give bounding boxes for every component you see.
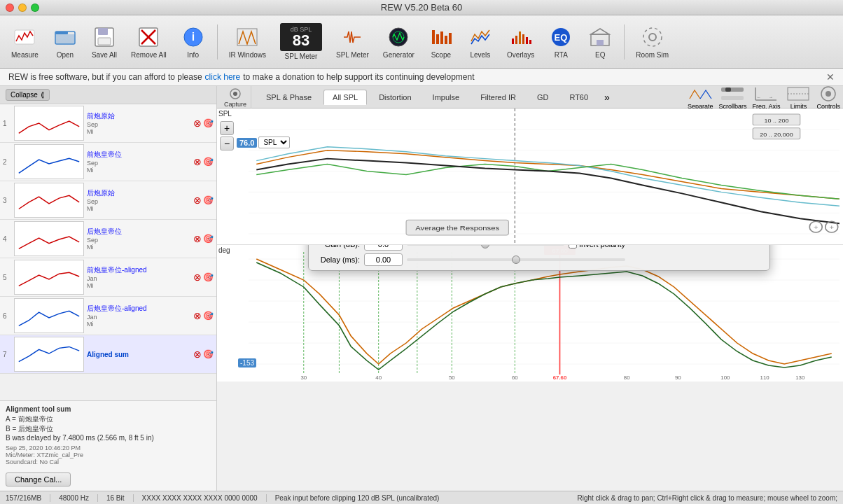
item-icon-2: 🎯 — [203, 157, 214, 167]
tab-spl-phase[interactable]: SPL & Phase — [257, 90, 321, 105]
svg-rect-18 — [445, 36, 447, 44]
toolbar-ir-windows[interactable]: IR Windows — [223, 22, 272, 62]
toolbar-info[interactable]: i Info — [175, 22, 211, 62]
sidebar-item[interactable]: 2 前炮皇帝位 Sep Mi ⊗ 🎯 — [0, 143, 216, 181]
toolbar-measure[interactable]: Measure — [6, 22, 44, 62]
delay-b-input[interactable] — [364, 253, 403, 266]
delete-item-6-btn[interactable]: ⊗ — [193, 311, 202, 321]
item-meta-3: Sep — [87, 198, 190, 205]
item-info-7: Aligned sum — [84, 351, 193, 358]
toolbar-preferences[interactable]: Room Sim — [630, 22, 674, 62]
tab-gd[interactable]: GD — [528, 90, 558, 105]
collapse-button[interactable]: Collapse ⟪ — [6, 89, 50, 101]
delay-b-slider-track[interactable] — [407, 258, 625, 261]
scrollbars-control[interactable]: Scrollbars — [718, 85, 746, 110]
svg-text:10 .. 200: 10 .. 200 — [764, 117, 788, 123]
bit-depth-status: 16 Bit — [106, 494, 134, 502]
limits-icon — [786, 85, 811, 103]
item-actions-6: ⊗ 🎯 — [193, 311, 214, 321]
zoom-buttons: + − — [220, 121, 234, 150]
toolbar-room-sim[interactable]: EQ — [582, 22, 618, 62]
delete-item-3-btn[interactable]: ⊗ — [193, 195, 202, 205]
right-panel: Capture SPL & Phase All SPL Distortion I… — [217, 86, 843, 491]
close-btn[interactable] — [6, 4, 14, 12]
item-icon-7: 🎯 — [203, 349, 214, 359]
gain-b-slider-thumb[interactable] — [481, 245, 489, 248]
controls-icon — [819, 85, 837, 103]
svg-rect-36 — [721, 96, 744, 100]
sidebar-item[interactable]: 4 后炮皇帝位 Sep Mi ⊗ 🎯 — [0, 220, 216, 258]
toolbar-save-all[interactable]: Save All — [86, 22, 123, 62]
infobar-close-btn[interactable]: ✕ — [826, 71, 835, 83]
toolbar-open[interactable]: Open — [47, 22, 83, 62]
toolbar-rta[interactable]: Overlays — [501, 22, 540, 62]
svg-rect-22 — [519, 31, 521, 44]
window-controls[interactable] — [6, 4, 39, 12]
ir-windows-label: IR Windows — [229, 51, 266, 59]
toolbar-spl-meter[interactable]: dB SPL 83 SPL Meter — [274, 20, 328, 63]
svg-text:+: + — [814, 223, 818, 231]
toolbar-levels[interactable]: Scope — [423, 22, 459, 62]
preferences-label: Room Sim — [636, 51, 669, 59]
capture-icon — [228, 87, 242, 101]
scope-label: Generator — [383, 51, 414, 59]
overlays-label: Levels — [470, 51, 490, 59]
toolbar-remove-all[interactable]: Remove All — [125, 22, 172, 62]
toolbar-sep-2 — [624, 24, 625, 59]
limits-control[interactable]: Limits — [786, 85, 811, 110]
toolbar-generator[interactable]: SPL Meter — [330, 22, 375, 62]
minimize-btn[interactable] — [18, 4, 27, 12]
eq-label: RTA — [555, 51, 568, 59]
delete-item-5-btn[interactable]: ⊗ — [193, 272, 202, 282]
controls-control[interactable]: Controls — [816, 85, 840, 110]
svg-text:67.60: 67.60 — [553, 374, 567, 380]
alignment-tool: Alignment tool Reset — [308, 245, 770, 271]
toolbar-scope[interactable]: Generator — [377, 22, 420, 62]
gain-b-input[interactable] — [364, 245, 403, 251]
item-meta-4: Sep — [87, 237, 190, 244]
sidebar-item[interactable]: 3 后炮原始 Sep Mi ⊗ 🎯 — [0, 181, 216, 220]
item-meta-6b: Mi — [87, 321, 190, 328]
gain-b-slider-track[interactable] — [407, 245, 564, 246]
generator-label: SPL Meter — [336, 51, 369, 59]
toolbar-overlays[interactable]: Levels — [462, 22, 499, 62]
tab-all-spl[interactable]: All SPL — [323, 90, 367, 105]
invert-polarity-b-checkbox[interactable] — [569, 245, 577, 248]
capture-button[interactable]: Capture — [220, 85, 251, 109]
sidebar-item[interactable]: 1 前炮原始 Sep Mi ⊗ 🎯 — [0, 104, 216, 143]
freq-axis-control[interactable]: ← → Freq. Axis — [752, 85, 780, 110]
more-tabs-btn[interactable]: » — [600, 90, 614, 104]
separate-control[interactable]: Separate — [688, 85, 713, 110]
zoom-out-btn[interactable]: − — [220, 136, 234, 150]
spl-meter-label: SPL Meter — [285, 52, 318, 60]
item-preview-5 — [14, 260, 84, 295]
delete-item-7-btn[interactable]: ⊗ — [193, 349, 202, 359]
infobar-link[interactable]: click here — [205, 72, 241, 82]
item-meta-6: Jan — [87, 314, 190, 321]
change-cal-button[interactable]: Change Cal... — [6, 472, 71, 486]
tab-distortion[interactable]: Distortion — [370, 90, 420, 105]
open-icon — [53, 24, 78, 50]
rta-icon — [508, 24, 534, 50]
tab-rt60[interactable]: RT60 — [560, 90, 597, 105]
svg-rect-24 — [526, 37, 528, 44]
codes-status: XXXX XXXX XXXX XXXX 0000 0000 — [142, 494, 267, 502]
item-info-6: 后炮皇帝位-aligned Jan Mi — [84, 304, 193, 328]
zoom-in-btn[interactable]: + — [220, 121, 234, 135]
sidebar-item[interactable]: 6 后炮皇帝位-aligned Jan Mi ⊗ 🎯 — [0, 297, 216, 335]
delete-item-2-btn[interactable]: ⊗ — [193, 157, 202, 167]
delete-item-4-btn[interactable]: ⊗ — [193, 234, 202, 244]
maximize-btn[interactable] — [31, 4, 39, 12]
phase-y-label: deg — [218, 246, 230, 254]
tab-impulse[interactable]: Impulse — [424, 90, 469, 105]
item-actions-5: ⊗ 🎯 — [193, 272, 214, 282]
sidebar-item[interactable]: 7 Aligned sum ⊗ 🎯 — [0, 335, 216, 374]
toolbar-eq[interactable]: EQ RTA — [543, 22, 579, 62]
delay-b-slider-thumb[interactable] — [512, 255, 520, 264]
invert-polarity-b-label[interactable]: Invert polarity — [569, 245, 625, 248]
delete-item-1-btn[interactable]: ⊗ — [193, 118, 202, 128]
spl-meter-display: dB SPL 83 — [280, 23, 322, 51]
item-icon-5: 🎯 — [203, 272, 214, 282]
sidebar-item[interactable]: 5 前炮皇帝位-aligned Jan Mi ⊗ 🎯 — [0, 258, 216, 297]
tab-filtered-ir[interactable]: Filtered IR — [471, 90, 525, 105]
